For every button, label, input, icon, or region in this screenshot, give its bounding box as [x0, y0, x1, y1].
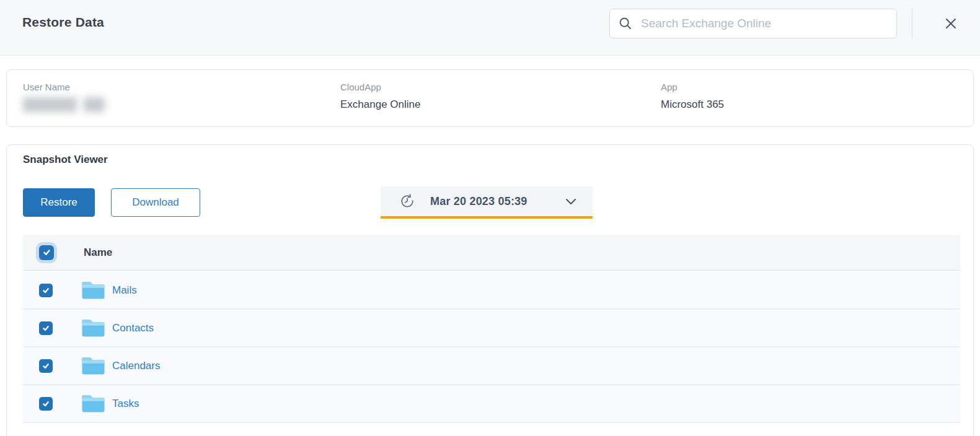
folder-name-link[interactable]: Tasks	[112, 398, 139, 410]
app-value: Microsoft 365	[661, 98, 724, 111]
user-name-redacted-value	[23, 97, 105, 112]
checkmark-icon	[42, 325, 50, 332]
table-row[interactable]: Calendars	[23, 347, 960, 385]
page-title: Restore Data	[22, 15, 104, 30]
row-checkbox[interactable]	[39, 359, 53, 373]
folder-name-link[interactable]: Calendars	[112, 360, 161, 372]
row-checkbox[interactable]	[39, 321, 53, 335]
cloudapp-value: Exchange Online	[340, 98, 420, 111]
name-column-header: Name	[84, 246, 112, 259]
folder-icon	[81, 356, 105, 375]
info-field-app: App Microsoft 365	[661, 82, 724, 111]
header-divider	[912, 8, 912, 39]
chevron-down-icon[interactable]	[565, 198, 576, 205]
snapshot-date-label: Mar 20 2023 05:39	[430, 195, 528, 208]
checkmark-icon	[43, 248, 51, 256]
snapshot-history-icon	[399, 193, 415, 209]
folder-icon	[81, 281, 105, 300]
search-icon	[619, 17, 632, 30]
folder-name-link[interactable]: Mails	[112, 284, 137, 297]
folder-name-link[interactable]: Contacts	[112, 322, 154, 334]
user-name-label: User Name	[23, 82, 105, 93]
checkmark-icon	[42, 287, 50, 294]
row-checkbox[interactable]	[39, 397, 53, 411]
search-box[interactable]	[609, 9, 897, 38]
folder-table-body: Mails Contacts	[23, 272, 960, 423]
dialog-header: Restore Data	[0, 0, 980, 56]
snapshot-viewer-panel: Snapshot Viewer Restore Download Mar 20 …	[6, 144, 974, 436]
folder-icon	[81, 318, 105, 338]
table-header-row: Name	[23, 235, 960, 271]
folder-icon	[81, 394, 105, 413]
snapshot-viewer-title: Snapshot Viewer	[23, 154, 108, 166]
checkmark-icon	[42, 362, 50, 370]
select-all-checkbox[interactable]	[39, 245, 54, 260]
table-row[interactable]: Tasks	[23, 385, 960, 423]
info-field-cloudapp: CloudApp Exchange Online	[340, 82, 420, 111]
info-field-user-name: User Name	[23, 82, 105, 112]
search-input[interactable]	[640, 16, 888, 31]
app-label: App	[661, 82, 724, 93]
close-button[interactable]	[937, 11, 965, 36]
row-checkbox[interactable]	[39, 284, 53, 297]
table-row[interactable]: Contacts	[23, 310, 960, 347]
table-row[interactable]: Mails	[23, 272, 960, 310]
cloudapp-label: CloudApp	[340, 82, 420, 93]
checkmark-icon	[42, 400, 50, 408]
folder-table: Name Mails	[23, 235, 960, 423]
snapshot-date-selector[interactable]: Mar 20 2023 05:39	[381, 186, 593, 219]
restore-info-bar: User Name CloudApp Exchange Online App M…	[6, 69, 974, 127]
download-button[interactable]: Download	[111, 188, 200, 217]
close-icon	[945, 17, 957, 30]
restore-button[interactable]: Restore	[23, 188, 95, 217]
